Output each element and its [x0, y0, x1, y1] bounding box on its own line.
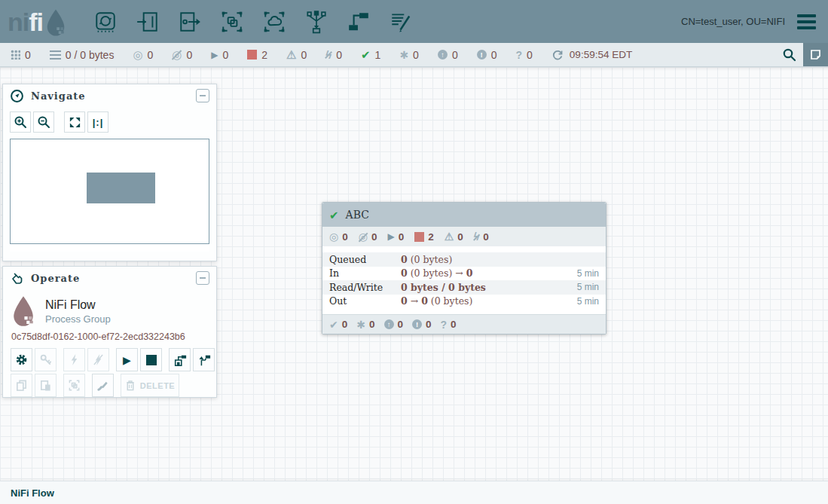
process-group-header: ✔ ABC [322, 203, 606, 227]
status-up-to-date: ✔ 1 [361, 49, 380, 61]
locally-modified-and-stale-count: 0 [491, 49, 497, 61]
group-selection-button[interactable] [63, 374, 85, 397]
status-stale: ↑ 0 [438, 49, 458, 61]
note-button[interactable] [803, 43, 828, 66]
operate-panel-title: Operate [31, 273, 189, 284]
pg-footer-locally-modified-and-stale: ! 0 [412, 319, 432, 330]
disable-bolt-button[interactable] [87, 348, 109, 371]
pg-footer-stale: ↑ 0 [384, 319, 404, 330]
component-toolbar [93, 8, 414, 35]
upload-template-button[interactable] [193, 348, 215, 371]
stale-up-arrow-icon: ↑ [438, 50, 448, 60]
global-menu-icon[interactable] [796, 11, 817, 32]
output-port-icon[interactable] [177, 8, 203, 35]
pg-locally-modified-count: 0 [369, 319, 375, 330]
breadcrumb-bar: NiFi Flow [0, 481, 828, 504]
status-not-transmitting: ◎ 0 [172, 49, 192, 61]
start-button[interactable]: ▶ [116, 348, 138, 371]
policies-key-button[interactable] [35, 348, 57, 371]
up-to-date-check-icon: ✔ [361, 49, 371, 60]
sync-failure-question-icon: ? [516, 50, 523, 60]
compass-icon [10, 89, 24, 103]
operate-buttons-row-1: ▶ [11, 348, 216, 371]
fill-color-brush-button[interactable] [92, 374, 114, 397]
operate-panel-header[interactable]: Operate [3, 267, 216, 289]
enable-bolt-button[interactable] [63, 348, 85, 371]
not-transmitting-icon: ◎ [172, 49, 182, 60]
transmitting-icon: ◎ [329, 231, 338, 242]
process-group-stats-row: ◎ 0 ◎ 0 ▶ 0 2 ⚠ 0 ϟ 0 [322, 227, 606, 246]
process-group-abc[interactable]: ✔ ABC ◎ 0 ◎ 0 ▶ 0 2 ⚠ 0 [322, 202, 606, 334]
out-label: Out [329, 295, 401, 307]
disabled-count: 0 [336, 49, 342, 61]
pg-stat-disabled: ϟ 0 [474, 231, 489, 243]
zoom-actual-size-button[interactable]: |:| [87, 111, 108, 133]
breadcrumb-root-link[interactable]: NiFi Flow [11, 487, 54, 499]
pg-sync-failure-count: 0 [451, 319, 457, 330]
flow-canvas[interactable]: Navigate [0, 67, 828, 481]
status-locally-modified-and-stale: ! 0 [477, 49, 497, 61]
status-bar-right [775, 43, 828, 66]
up-to-date-check-icon: ✔ [329, 319, 338, 330]
stop-button[interactable] [140, 348, 162, 371]
input-port-icon[interactable] [135, 8, 160, 35]
read-write-label: Read/Write [329, 282, 401, 293]
remote-process-group-icon[interactable] [261, 8, 287, 35]
zoom-out-button[interactable] [33, 111, 54, 133]
queued-list-icon [50, 50, 61, 60]
status-disabled: ϟ 0 [325, 49, 342, 61]
nifi-droplet-icon [44, 8, 67, 37]
locally-modified-asterisk-icon: ✱ [356, 319, 365, 330]
pg-lm-stale-count: 0 [426, 319, 432, 330]
pg-spacer [322, 308, 606, 314]
queued-label: Queued [329, 254, 401, 265]
header-right: CN=test_user, OU=NIFI [681, 11, 817, 32]
pg-row-read-write: Read/Write 0 bytes / 0 bytes 5 min [322, 280, 606, 295]
search-button[interactable] [775, 43, 803, 66]
valid-check-icon: ✔ [329, 209, 339, 221]
read-write-time: 5 min [577, 282, 599, 292]
template-icon[interactable] [346, 8, 371, 35]
locally-modified-count: 0 [413, 49, 419, 61]
delete-button[interactable]: DELETE [121, 374, 179, 397]
in-time: 5 min [577, 268, 599, 279]
label-icon[interactable] [388, 8, 414, 35]
status-running: ▶ 0 [211, 49, 228, 61]
not-transmitting-icon: ◎ [359, 231, 368, 242]
invalid-count: 0 [301, 49, 307, 61]
refresh-icon[interactable] [551, 49, 564, 61]
in-value: 0 (0 bytes) → 0 [401, 267, 577, 279]
navigate-panel-header[interactable]: Navigate [3, 84, 216, 107]
pg-stat-transmitting: ◎ 0 [329, 231, 348, 243]
pg-row-in: In 0 (0 bytes) → 0 5 min [322, 267, 606, 281]
operate-buttons-row-2: DELETE [11, 374, 216, 397]
navigate-collapse-button[interactable] [196, 89, 209, 102]
operate-flow-row: NiFi Flow Process Group [3, 289, 216, 328]
transmitting-icon: ◎ [133, 49, 142, 60]
zoom-in-button[interactable] [10, 111, 31, 133]
birdseye-minimap[interactable] [10, 139, 209, 244]
up-to-date-count: 1 [375, 49, 381, 61]
configure-gear-button[interactable] [11, 348, 32, 371]
pg-stat-invalid: ⚠ 0 [445, 231, 463, 243]
pg-running-count: 0 [399, 231, 405, 243]
queued-count: 0 / 0 bytes [66, 49, 115, 61]
pg-up-to-date-count: 0 [342, 319, 348, 330]
funnel-icon[interactable] [304, 8, 329, 35]
stopped-count: 2 [261, 49, 267, 61]
status-locally-modified: ✱ 0 [399, 49, 419, 61]
navigate-panel-title: Navigate [31, 90, 189, 102]
exclamation-circle-icon: ! [412, 319, 422, 329]
logo-fi: fi [29, 8, 43, 36]
processor-icon[interactable] [93, 8, 118, 35]
zoom-fit-button[interactable] [64, 111, 85, 133]
status-sync-failure: ? 0 [516, 49, 533, 61]
operate-collapse-button[interactable] [196, 271, 209, 285]
paste-button[interactable] [35, 374, 57, 397]
pg-footer-sync-failure: ? 0 [441, 319, 457, 330]
save-template-button[interactable] [169, 348, 191, 371]
copy-button[interactable] [11, 374, 32, 397]
disabled-bolt-icon: ϟ [325, 49, 332, 60]
process-group-icon[interactable] [219, 8, 245, 35]
pg-transmitting-count: 0 [342, 231, 348, 243]
